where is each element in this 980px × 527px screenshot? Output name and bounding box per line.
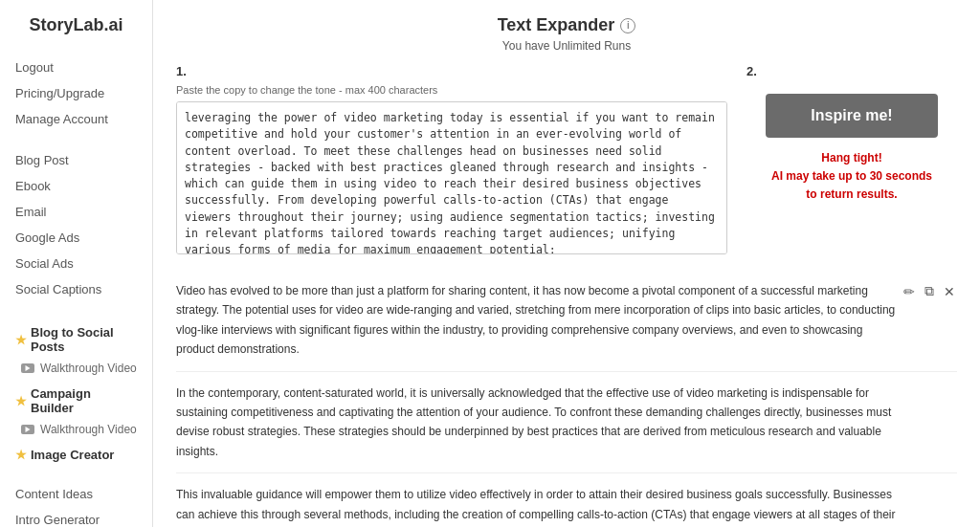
- sidebar-section-blog-to-social-posts[interactable]: ★ Blog to Social Posts: [0, 318, 152, 358]
- result-text-1: In the contemporary, content-saturated w…: [176, 384, 957, 462]
- sidebar-link-email[interactable]: Email: [0, 199, 152, 225]
- sidebar-link-intro-generator[interactable]: Intro Generator: [0, 507, 152, 527]
- step1-label: Paste the copy to change the tone - max …: [176, 84, 727, 96]
- top-links: LogoutPricing/UpgradeManage Account: [0, 55, 152, 132]
- sidebar-link-social-captions[interactable]: Social Captions: [0, 276, 152, 302]
- sidebar-link-google-ads[interactable]: Google Ads: [0, 225, 152, 251]
- sidebar-sub-walkthrough-video[interactable]: Walkthrough Video: [0, 419, 152, 440]
- sidebar-section-image-creator[interactable]: ★ Image Creator: [0, 440, 152, 466]
- section-links: ★ Blog to Social PostsWalkthrough Video★…: [0, 318, 152, 466]
- page-title-row: Text Expander i: [176, 15, 957, 35]
- sidebar-link-content-ideas[interactable]: Content Ideas: [0, 481, 152, 507]
- sidebar-sub-walkthrough-video[interactable]: Walkthrough Video: [0, 358, 152, 379]
- result-block-0: ✏⧉✕Video has evolved to be more than jus…: [176, 281, 957, 372]
- copy-button[interactable]: ⧉: [923, 281, 936, 301]
- sidebar-link-manage-account[interactable]: Manage Account: [0, 106, 152, 132]
- sidebar-link-pricing-upgrade[interactable]: Pricing/Upgrade: [0, 80, 152, 106]
- sidebar-link-social-ads[interactable]: Social Ads: [0, 251, 152, 276]
- page-subtitle: You have Unlimited Runs: [176, 39, 957, 53]
- step1: 1. Paste the copy to change the tone - m…: [176, 64, 727, 258]
- step1-number: 1.: [176, 64, 727, 78]
- result-block-2: This invaluable guidance will empower th…: [176, 485, 957, 527]
- sidebar-link-blog-post[interactable]: Blog Post: [0, 147, 152, 173]
- hang-tight-text: Hang tight!AI may take up to 30 secondst…: [771, 149, 932, 205]
- result-text-0: Video has evolved to be more than just a…: [176, 281, 957, 360]
- edit-button[interactable]: ✏: [902, 281, 917, 301]
- page-title-text: Text Expander: [498, 15, 615, 35]
- inspire-button[interactable]: Inspire me!: [766, 94, 938, 138]
- main-content: Text Expander i You have Unlimited Runs …: [153, 0, 980, 527]
- tool-links: Blog PostEbookEmailGoogle AdsSocial AdsS…: [0, 147, 152, 302]
- step2-number: 2.: [746, 64, 957, 78]
- info-icon[interactable]: i: [620, 18, 635, 33]
- step1-textarea[interactable]: [176, 101, 727, 254]
- close-button[interactable]: ✕: [942, 281, 957, 301]
- video-icon: [21, 425, 34, 434]
- steps-row: 1. Paste the copy to change the tone - m…: [176, 64, 957, 258]
- step2-content: Inspire me! Hang tight!AI may take up to…: [746, 84, 957, 205]
- result-block-1: In the contemporary, content-saturated w…: [176, 384, 957, 474]
- sidebar-link-ebook[interactable]: Ebook: [0, 173, 152, 199]
- step2: 2. Inspire me! Hang tight!AI may take up…: [746, 64, 957, 205]
- sidebar-link-logout[interactable]: Logout: [0, 55, 152, 80]
- bottom-links: Content IdeasIntro Generator: [0, 481, 152, 527]
- page-header: Text Expander i You have Unlimited Runs: [176, 15, 957, 53]
- logo: StoryLab.ai: [0, 15, 152, 55]
- results-area: ✏⧉✕Video has evolved to be more than jus…: [176, 281, 957, 527]
- result-text-2: This invaluable guidance will empower th…: [176, 485, 957, 527]
- sidebar-section-campaign-builder[interactable]: ★ Campaign Builder: [0, 379, 152, 419]
- result-actions-0: ✏⧉✕: [902, 281, 957, 301]
- sidebar: StoryLab.ai LogoutPricing/UpgradeManage …: [0, 0, 153, 527]
- video-icon: [21, 363, 34, 373]
